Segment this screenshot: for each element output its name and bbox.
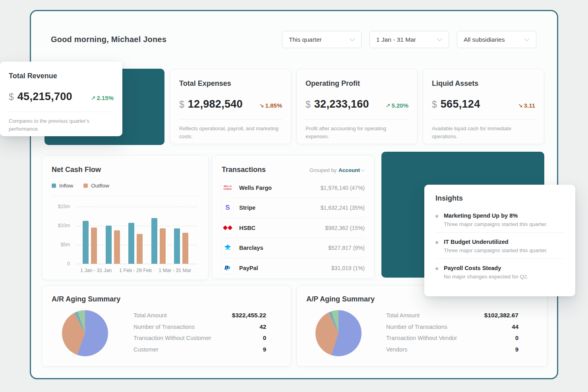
bar-group [128, 223, 143, 264]
account-name: Barclays [239, 245, 263, 251]
insight-title: Payroll Costs Steady [444, 265, 528, 271]
insight-description: Three major campaigns started this quart… [444, 247, 547, 253]
gridline: 0 [52, 264, 197, 264]
ar-aging-title: A/R Aging Summary [52, 295, 281, 303]
bar-outflow [182, 233, 188, 264]
divider [306, 119, 408, 120]
stat-row: Transaction Without Vendor0 [386, 334, 518, 346]
account-name: PayPal [239, 265, 258, 271]
net-cash-flow-card: Net Cash Flow Inflow Outflow $15m$10m$5m… [42, 155, 209, 280]
transaction-row[interactable]: WELLSFARGOWells Fargo$1,976,140 (47%) [222, 178, 365, 198]
kpi-description: Compares to the previous quarter's perfo… [9, 117, 114, 133]
bullet-icon [435, 267, 438, 270]
net-cash-flow-title: Net Cash Flow [52, 166, 199, 174]
transaction-row[interactable]: HSBC$982,362 (15%) [222, 218, 365, 238]
grouped-by-selector[interactable]: Grouped by Account [309, 167, 365, 173]
transaction-row[interactable]: SStripe$1,632,241 (35%) [222, 198, 365, 218]
y-axis-tick: 0 [52, 261, 70, 266]
kpi-card-liquid-assets: Liquid Assets $ 565,124 ↘3.11 Available … [423, 69, 544, 144]
stat-row: Customer9 [133, 346, 266, 357]
bar-group [174, 228, 188, 264]
bullet-icon [435, 241, 438, 244]
account-name: Wells Fargo [239, 185, 272, 191]
bar-outflow [137, 234, 143, 264]
bar-outflow [91, 228, 97, 264]
kpi-description: Profit after accounting for operating ex… [306, 125, 408, 140]
hsbc-logo-icon [222, 222, 234, 234]
stat-label: Total Amount [133, 312, 167, 319]
ap-stats: Total Amount$102,382.67Number of Transac… [386, 312, 518, 357]
stat-value: $102,382.67 [484, 312, 518, 319]
insight-title: Marketing Spend Up by 8% [444, 212, 547, 219]
grouped-by-value: Account [338, 167, 360, 173]
x-axis-tick: 1 Jan - 31 Jan [76, 268, 116, 273]
account-amount: $1,632,241 (35%) [321, 205, 365, 211]
stat-label: Total Amount [386, 312, 420, 319]
stat-row: Number of Transactions42 [133, 323, 266, 335]
chevron-down-icon [361, 168, 365, 172]
x-axis-tick: 1 Mar - 31 Mar [155, 268, 195, 273]
account-name: Stripe [239, 205, 255, 211]
account-amount: $982,362 (15%) [325, 225, 365, 231]
trend-badge: ↘1.85% [259, 102, 282, 109]
trend-badge: ↗5.20% [386, 102, 408, 109]
currency-symbol: $ [432, 99, 437, 110]
insights-title: Insights [435, 194, 564, 203]
trend-badge: ↗2.15% [91, 95, 114, 101]
kpi-title: Liquid Assets [432, 79, 535, 88]
kpi-card-operating-profit: Operating Profit $ 32,233,160 ↗5.20% Pro… [296, 69, 418, 144]
kpi-title: Operating Profit [306, 79, 408, 88]
divider [9, 112, 114, 112]
account-name: HSBC [239, 225, 255, 231]
insights-list: Marketing Spend Up by 8%Three major camp… [435, 207, 564, 285]
kpi-description: Reflects operational, payroll, and marke… [179, 125, 282, 140]
ar-pie-chart [62, 310, 108, 356]
stat-label: Customer [133, 346, 159, 353]
transaction-row[interactable]: Barclays$527,817 (9%) [222, 238, 365, 259]
ap-aging-card: A/P Aging Summary Total Amount$102,382.6… [296, 285, 547, 367]
stat-value: 44 [512, 323, 518, 330]
kpi-value: 12,982,540 [188, 98, 243, 110]
trend-text: 5.20% [391, 102, 408, 109]
stripe-logo-icon: S [222, 202, 234, 214]
stat-row: Total Amount$322,455.22 [133, 312, 266, 323]
subsidiaries-dropdown-value: All subsidiaries [464, 36, 505, 43]
kpi-card-total-expenses: Total Expenses $ 12,982,540 ↘1.85% Refle… [170, 69, 291, 144]
stat-label: Transaction Without Customer [133, 335, 211, 341]
kpi-value: 32,233,160 [314, 98, 369, 110]
stat-label: Number of Transactions [386, 324, 447, 330]
currency-symbol: $ [306, 99, 311, 110]
bar-outflow [160, 228, 166, 264]
legend-item-inflow: Inflow [52, 183, 73, 189]
date-range-dropdown[interactable]: 1 Jan - 31 Mar [369, 31, 449, 48]
ap-aging-title: A/P Aging Summary [306, 295, 538, 303]
x-axis-tick: 1 Feb - 29 Feb [116, 268, 155, 273]
chevron-down-icon [437, 36, 442, 41]
stat-value: 0 [263, 334, 266, 341]
paypal-logo-icon: PP [222, 262, 234, 274]
kpi-value: 45,215,700 [17, 91, 72, 103]
chevron-down-icon [350, 36, 355, 41]
stat-label: Transaction Without Vendor [386, 335, 457, 341]
account-amount: $527,817 (9%) [328, 245, 365, 251]
inflow-swatch-icon [52, 183, 56, 188]
transactions-card: Transactions Grouped by Account WELLSFAR… [212, 155, 375, 279]
transactions-title: Transactions [222, 166, 266, 174]
y-axis-tick: $15m [52, 204, 70, 209]
trend-text: 1.85% [265, 102, 282, 109]
insight-title: IT Budget Underutilized [444, 239, 547, 245]
ar-stats: Total Amount$322,455.22Number of Transac… [133, 312, 266, 357]
insight-item: Marketing Spend Up by 8%Three major camp… [435, 207, 564, 232]
bar-inflow [83, 221, 89, 264]
bar-group [106, 226, 120, 264]
ap-pie-chart [315, 310, 362, 356]
subsidiaries-dropdown[interactable]: All subsidiaries [457, 31, 536, 48]
transaction-row[interactable]: PPPayPal$31,019 (1%) [222, 258, 365, 278]
grouped-by-label: Grouped by [309, 167, 337, 173]
ncf-xlabels: 1 Jan - 31 Jan1 Feb - 29 Feb1 Mar - 31 M… [76, 268, 195, 273]
trend-down-icon: ↘ [518, 102, 523, 109]
stat-label: Vendors [386, 346, 407, 353]
stat-value: $322,455.22 [232, 312, 266, 319]
period-dropdown[interactable]: This quarter [282, 31, 362, 48]
chart-legend: Inflow Outflow [52, 183, 199, 189]
